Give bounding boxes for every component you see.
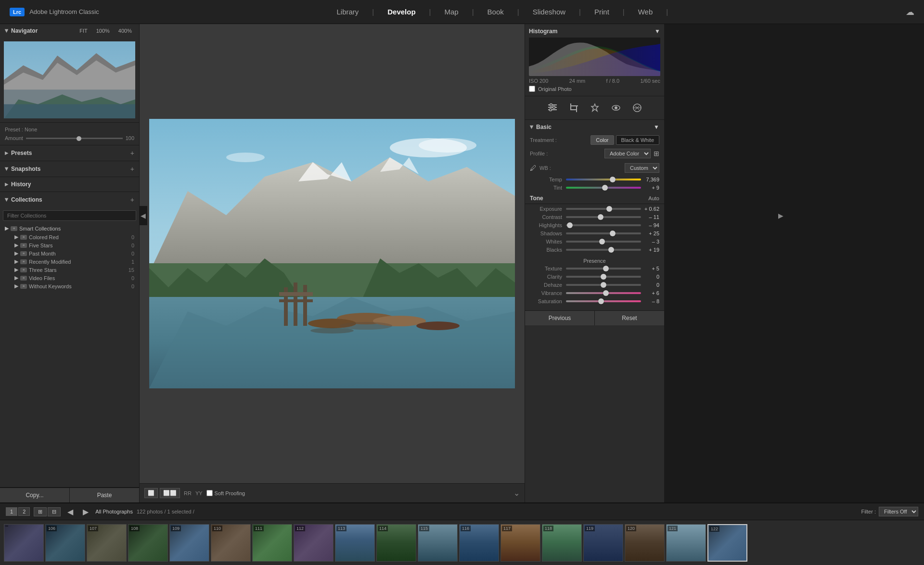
nav-web[interactable]: Web bbox=[633, 6, 658, 18]
clarity-slider[interactable] bbox=[566, 276, 641, 278]
profile-grid-icon[interactable]: ⊞ bbox=[654, 150, 659, 157]
film-photo-3[interactable]: 108 bbox=[128, 524, 168, 562]
soft-proof-checkbox[interactable] bbox=[206, 490, 213, 496]
temp-slider[interactable] bbox=[566, 179, 641, 180]
amount-thumb[interactable] bbox=[77, 136, 81, 141]
collection-three-stars[interactable]: ▶ ≡ Three Stars 15 bbox=[3, 266, 136, 274]
film-photo-1[interactable]: 106 bbox=[45, 524, 85, 562]
grid-1-button[interactable]: ⊞ bbox=[34, 507, 47, 516]
wb-select[interactable]: Custom bbox=[625, 163, 659, 173]
saturation-thumb[interactable] bbox=[598, 298, 604, 304]
film-photo-5[interactable]: 110 bbox=[211, 524, 251, 562]
compare-view-button[interactable]: ⬜⬜ bbox=[160, 488, 180, 498]
previous-button[interactable]: Previous bbox=[525, 311, 595, 325]
film-photo-6[interactable]: 111 bbox=[252, 524, 292, 562]
snapshots-header[interactable]: ▶ Snapshots + bbox=[0, 161, 139, 177]
highlights-thumb[interactable] bbox=[567, 222, 573, 228]
wb-eyedropper-icon[interactable]: 🖊 bbox=[530, 164, 537, 172]
whites-thumb[interactable] bbox=[599, 239, 605, 244]
soft-proof-toggle[interactable]: Soft Proofing bbox=[206, 490, 245, 496]
collections-add[interactable]: + bbox=[130, 196, 134, 204]
histogram-menu[interactable]: ▼ bbox=[654, 28, 660, 35]
blacks-thumb[interactable] bbox=[608, 247, 614, 253]
film-photo-0[interactable] bbox=[4, 524, 44, 562]
presets-add[interactable]: + bbox=[130, 149, 134, 157]
saturation-slider[interactable] bbox=[566, 300, 641, 302]
contrast-thumb[interactable] bbox=[598, 214, 603, 220]
nav-book[interactable]: Book bbox=[483, 6, 509, 18]
smart-collections-parent[interactable]: ▶ ≡ Smart Collections bbox=[3, 224, 136, 233]
history-header[interactable]: ▶ History bbox=[0, 177, 139, 192]
presets-header[interactable]: ▶ Presets + bbox=[0, 145, 139, 161]
film-photo-13[interactable]: 118 bbox=[542, 524, 582, 562]
filter-select[interactable]: Filters Off bbox=[879, 507, 918, 516]
zoom-100[interactable]: 100% bbox=[94, 27, 112, 35]
film-photo-12[interactable]: 117 bbox=[500, 524, 540, 562]
amount-slider[interactable] bbox=[26, 138, 123, 139]
dehaze-slider[interactable] bbox=[566, 284, 641, 286]
film-photo-2[interactable]: 107 bbox=[87, 524, 127, 562]
vibrance-thumb[interactable] bbox=[603, 290, 609, 296]
nav-develop[interactable]: Develop bbox=[383, 6, 420, 18]
film-photo-7[interactable]: 112 bbox=[294, 524, 334, 562]
nav-map[interactable]: Map bbox=[439, 6, 463, 18]
film-photo-17[interactable]: 122 bbox=[707, 524, 747, 562]
film-photo-4[interactable]: 109 bbox=[169, 524, 209, 562]
tint-slider[interactable] bbox=[566, 187, 641, 189]
tint-thumb[interactable] bbox=[602, 185, 608, 191]
basic-menu[interactable]: ▼ bbox=[654, 124, 659, 130]
profile-select[interactable]: Adobe Color bbox=[604, 149, 651, 158]
single-view-button[interactable]: ⬜ bbox=[144, 488, 158, 498]
bw-treatment-button[interactable]: Black & White bbox=[616, 135, 659, 145]
original-photo-checkbox[interactable] bbox=[529, 86, 535, 92]
left-panel-collapse-button[interactable]: ◀ bbox=[139, 206, 147, 225]
collection-recently-modified[interactable]: ▶ ≡ Recently Modified 1 bbox=[3, 257, 136, 266]
exposure-thumb[interactable] bbox=[606, 206, 612, 212]
nav-print[interactable]: Print bbox=[590, 6, 614, 18]
nav-library[interactable]: Library bbox=[332, 6, 363, 18]
expand-icon[interactable]: ⌄ bbox=[513, 489, 520, 497]
cloud-icon[interactable]: ☁ bbox=[906, 7, 914, 17]
snapshots-add[interactable]: + bbox=[130, 165, 134, 173]
collections-search-input[interactable] bbox=[3, 210, 136, 221]
basic-tool-icon[interactable] bbox=[546, 101, 559, 115]
zoom-400[interactable]: 400% bbox=[116, 27, 134, 35]
dehaze-thumb[interactable] bbox=[601, 282, 606, 288]
film-photo-10[interactable]: 115 bbox=[418, 524, 458, 562]
navigator-header[interactable]: ▶ Navigator FIT 100% 400% bbox=[0, 24, 139, 38]
temp-thumb[interactable] bbox=[610, 177, 616, 182]
film-photo-11[interactable]: 116 bbox=[459, 524, 499, 562]
shadows-thumb[interactable] bbox=[610, 231, 616, 236]
blacks-slider[interactable] bbox=[566, 249, 641, 251]
copy-button[interactable]: Copy... bbox=[0, 488, 70, 502]
page-1-button[interactable]: 1 bbox=[6, 507, 17, 516]
right-panel-collapse-button[interactable]: ▶ bbox=[777, 206, 785, 225]
collection-past-month[interactable]: ▶ ≡ Past Month 0 bbox=[3, 249, 136, 257]
reset-button[interactable]: Reset bbox=[595, 311, 664, 325]
next-arrow[interactable]: ▶ bbox=[80, 506, 91, 517]
collections-header[interactable]: ▶ Collections + bbox=[0, 192, 139, 207]
collection-without-keywords[interactable]: ▶ ≡ Without Keywords 0 bbox=[3, 282, 136, 290]
gradient-tool-icon[interactable] bbox=[630, 101, 644, 115]
prev-arrow[interactable]: ◀ bbox=[64, 506, 76, 517]
clarity-thumb[interactable] bbox=[601, 274, 606, 280]
film-photo-9[interactable]: 114 bbox=[376, 524, 416, 562]
texture-thumb[interactable] bbox=[603, 266, 609, 271]
film-photo-16[interactable]: 121 bbox=[666, 524, 706, 562]
grid-2-button[interactable]: ⊟ bbox=[48, 507, 61, 516]
paste-button[interactable]: Paste bbox=[70, 488, 139, 502]
redeye-tool-icon[interactable] bbox=[609, 101, 623, 115]
collection-colored-red[interactable]: ▶ ≡ Colored Red 0 bbox=[3, 233, 136, 241]
collection-video-files[interactable]: ▶ ≡ Video Files 0 bbox=[3, 274, 136, 282]
color-treatment-button[interactable]: Color bbox=[590, 135, 614, 145]
film-photo-14[interactable]: 119 bbox=[583, 524, 623, 562]
shadows-slider[interactable] bbox=[566, 232, 641, 234]
collection-five-stars[interactable]: ▶ ≡ Five Stars 0 bbox=[3, 241, 136, 249]
vibrance-slider[interactable] bbox=[566, 292, 641, 294]
texture-slider[interactable] bbox=[566, 268, 641, 270]
highlights-slider[interactable] bbox=[566, 224, 641, 226]
contrast-slider[interactable] bbox=[566, 216, 641, 218]
nav-slideshow[interactable]: Slideshow bbox=[528, 6, 570, 18]
film-photo-8[interactable]: 113 bbox=[335, 524, 375, 562]
exposure-slider[interactable] bbox=[566, 208, 641, 210]
